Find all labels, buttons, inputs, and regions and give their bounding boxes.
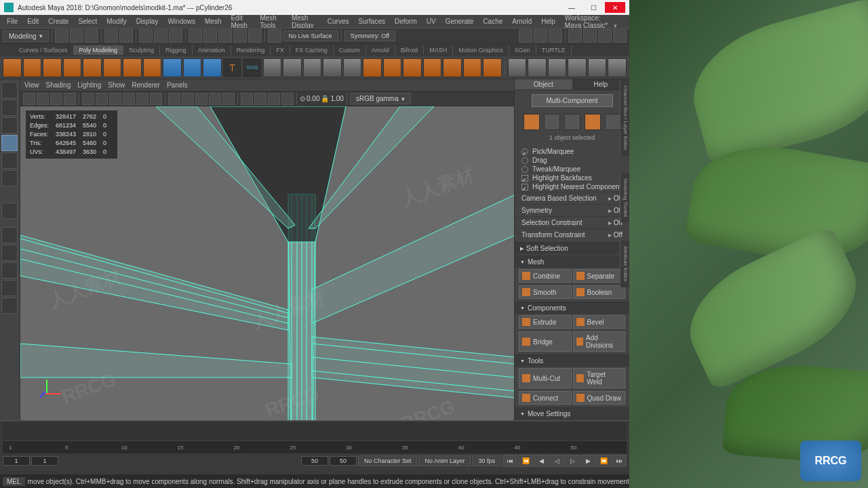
single-view-icon[interactable] [1,227,18,243]
render-settings-icon[interactable] [549,29,562,43]
graph-toggle-icon[interactable] [1,280,18,296]
menu-item[interactable]: Mesh [201,16,225,26]
shelf-tab[interactable]: MASH [424,45,453,55]
next-key-icon[interactable]: ⏩ [596,455,611,467]
shelf-tab[interactable]: Animation [193,45,231,55]
vp-menu-item[interactable]: View [24,81,39,89]
shelf-icon[interactable] [548,58,567,77]
bevel-button[interactable]: Bevel [573,315,626,329]
vp-menu-item[interactable]: Renderer [132,81,160,89]
modeling-toolkit-tab[interactable]: Modeling Toolkit [620,173,629,222]
menu-item[interactable]: Edit [23,16,43,26]
vp-icon[interactable] [96,93,108,105]
shelf-icon[interactable] [568,58,587,77]
object-tab[interactable]: Object [515,79,572,89]
vp-icon[interactable] [64,93,76,105]
vp-menu-item[interactable]: Shading [46,81,71,89]
save-scene-icon[interactable] [85,29,98,43]
superellipse-icon[interactable] [163,58,182,77]
vp-icon[interactable] [50,93,62,105]
polycube-icon[interactable] [23,58,42,77]
shelf-icon[interactable] [508,58,527,77]
channel-box-tab[interactable]: Channel Box / Layer Editor [620,80,629,156]
shelf-tab[interactable]: XGen [509,45,536,55]
maximize-button[interactable]: ☐ [583,2,604,13]
multicut-button[interactable]: Multi-Cut [519,368,572,388]
playback-end-input[interactable] [301,456,328,466]
color-space[interactable]: sRGB gamma ▾ [350,93,411,104]
vp-icon[interactable] [254,93,267,105]
select-icon[interactable] [139,29,153,43]
prev-key-icon[interactable]: ⏪ [518,455,533,467]
combine-button[interactable]: Combine [519,269,572,283]
ultrashape-icon[interactable] [203,58,222,77]
polyplane-icon[interactable] [103,58,122,77]
extrude-button[interactable]: Extrude [519,315,572,329]
redo-icon[interactable] [119,29,133,43]
vp-icon[interactable] [23,93,35,105]
play-back-icon[interactable]: ◁ [549,455,564,467]
vp-menu-item[interactable]: Show [108,81,125,89]
bridge-icon[interactable] [383,58,402,77]
tweak-radio[interactable]: Tweak/Marquee [521,165,623,173]
tools-section-header[interactable]: Tools [515,355,629,367]
mirror-icon[interactable] [303,58,322,77]
polydisc-icon[interactable] [123,58,142,77]
separate-icon[interactable] [283,58,302,77]
live-surface[interactable]: No Live Surface [283,30,338,41]
vp-icon[interactable] [241,93,253,105]
extrude-icon[interactable] [363,58,382,77]
shelf-tab[interactable]: FX [271,45,290,55]
edge-mode-icon[interactable] [564,114,580,130]
panel-toggle-icon[interactable] [568,29,582,43]
vp-menu-item[interactable]: Panels [167,81,188,89]
vp-menu-item[interactable]: Lighting [77,81,101,89]
polysphere-icon[interactable] [3,58,22,77]
menu-item[interactable]: Modify [102,16,130,26]
character-set[interactable]: No Character Set [358,455,418,466]
render-icon[interactable] [519,29,532,43]
move-tool-icon[interactable] [1,135,18,151]
range-slider[interactable]: 15101520253035404550 [3,441,627,453]
quad-draw-button[interactable]: Quad Draw [573,391,626,405]
vp-icon[interactable] [182,93,194,105]
svg-icon[interactable]: SVG [243,58,262,77]
camera-selection-option[interactable]: Camera Based Selection▸ Off [515,192,629,204]
paint-tool-icon[interactable] [1,117,18,134]
range-end-input[interactable] [330,456,357,466]
shelf-icon[interactable] [588,58,607,77]
menu-item[interactable]: Arnold [508,16,536,26]
insert-loop-icon[interactable] [443,58,462,77]
pick-marquee-radio[interactable]: Pick/Marquee [521,148,623,155]
sphericalharmonic-icon[interactable] [183,58,202,77]
menu-item[interactable]: Cache [479,16,507,26]
scale-tool-icon[interactable] [1,170,18,186]
mesh-section-header[interactable]: Mesh [515,256,629,268]
shelf-icon[interactable] [528,58,547,77]
vp-icon[interactable] [268,93,280,105]
outliner-toggle-icon[interactable] [1,262,18,279]
target-weld-button[interactable]: Target Weld [573,368,626,388]
channel-box-icon[interactable] [583,29,597,43]
paint-select-icon[interactable] [169,29,182,43]
shelf-tab[interactable]: TURTLE [536,45,572,55]
prev-frame-icon[interactable]: ◀ [534,455,549,467]
vp-icon[interactable] [82,93,94,105]
menu-item[interactable]: Help [537,16,559,26]
playback-start-input[interactable] [31,456,58,466]
ipr-icon[interactable] [534,29,547,43]
platonic-icon[interactable] [143,58,162,77]
separate-button[interactable]: Separate [573,269,626,283]
shelf-tab[interactable]: Custom [334,45,366,55]
shelf-tab[interactable]: Sculpting [123,45,160,55]
target-weld-icon[interactable] [483,58,502,77]
four-view-icon[interactable] [1,245,18,261]
shelf-tab[interactable]: Rendering [231,45,271,55]
connect-button[interactable]: Connect [519,391,572,405]
close-button[interactable]: ✕ [605,2,625,13]
menu-item[interactable]: Generate [441,16,478,26]
minimize-button[interactable]: — [561,2,582,13]
go-start-icon[interactable]: ⏮ [502,455,517,467]
symmetry-option[interactable]: Symmetry▸ Off [515,204,629,216]
attribute-editor-icon[interactable] [613,29,627,43]
